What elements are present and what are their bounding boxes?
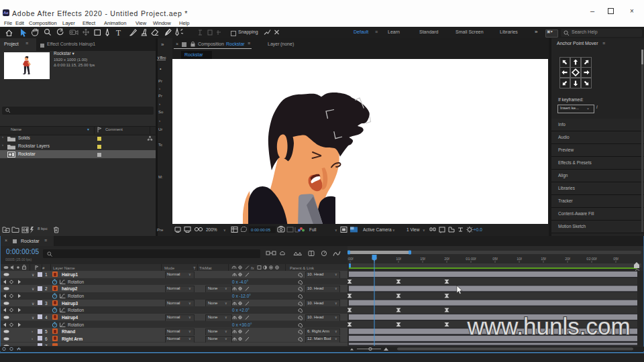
svg-text:20f: 20f <box>565 257 570 261</box>
svg-text:Mode: Mode <box>164 266 175 270</box>
svg-text:200%: 200% <box>206 227 217 232</box>
svg-text:fx: fx <box>251 266 255 270</box>
svg-text:Parent & Link: Parent & Link <box>290 266 315 270</box>
svg-text:Active Camera: Active Camera <box>363 227 392 232</box>
svg-text:10f: 10f <box>396 257 401 261</box>
svg-text:Layer Name: Layer Name <box>53 266 75 270</box>
svg-text:www.hunls.com: www.hunls.com <box>466 313 630 339</box>
svg-text:05f: 05f <box>492 257 498 261</box>
svg-text:1 View: 1 View <box>407 227 420 232</box>
svg-text:Full: Full <box>309 227 317 232</box>
svg-text:∨: ∨ <box>392 228 395 232</box>
svg-text:T: T <box>116 29 121 37</box>
svg-text:05f: 05f <box>613 257 619 261</box>
svg-text:15f: 15f <box>541 257 546 261</box>
svg-text:01:00f: 01:00f <box>466 257 476 261</box>
svg-text:TrkMat: TrkMat <box>199 266 212 270</box>
svg-text:15f: 15f <box>420 257 425 261</box>
svg-text:0:00:00:05: 0:00:00:05 <box>251 227 271 232</box>
svg-text:#: # <box>42 266 45 270</box>
svg-text:T: T <box>193 266 196 270</box>
svg-text::00f: :00f <box>347 257 354 261</box>
svg-text:+0.0: +0.0 <box>474 227 482 232</box>
svg-text:02:00f: 02:00f <box>586 257 597 261</box>
svg-text:10f: 10f <box>517 257 522 261</box>
svg-text:∨: ∨ <box>423 228 425 232</box>
svg-text:∨: ∨ <box>223 228 226 232</box>
svg-text:∨: ∨ <box>335 228 337 232</box>
svg-text:20f: 20f <box>444 257 449 261</box>
